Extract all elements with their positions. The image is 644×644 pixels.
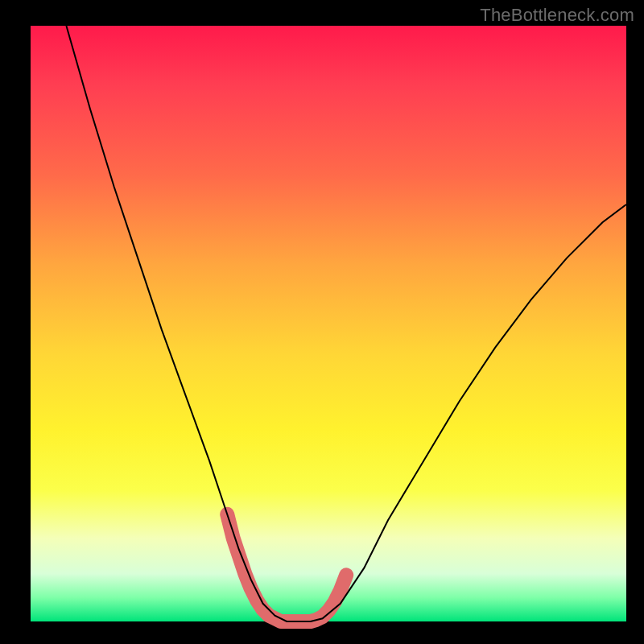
chart-frame: TheBottleneck.com (0, 0, 644, 644)
watermark-text: TheBottleneck.com (480, 5, 634, 26)
main-curve (66, 26, 626, 621)
curve-layer (31, 26, 626, 621)
plot-area (31, 26, 626, 621)
threshold-marker (227, 514, 346, 621)
